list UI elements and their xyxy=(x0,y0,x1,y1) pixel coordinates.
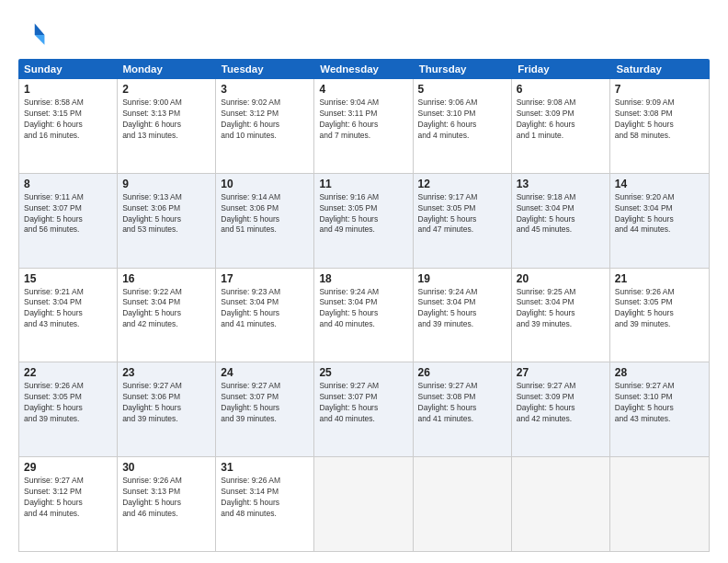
cell-info: Sunrise: 9:26 AMSunset: 3:05 PMDaylight:… xyxy=(615,287,704,331)
cell-info: Sunrise: 9:24 AMSunset: 3:04 PMDaylight:… xyxy=(319,287,407,331)
day-number: 22 xyxy=(24,366,112,379)
header-cell-friday: Friday xyxy=(512,59,610,79)
calendar-cell: 4Sunrise: 9:04 AMSunset: 3:11 PMDaylight… xyxy=(314,79,413,173)
calendar-cell: 28Sunrise: 9:27 AMSunset: 3:10 PMDayligh… xyxy=(610,362,709,456)
day-number: 3 xyxy=(221,83,309,96)
calendar-cell: 1Sunrise: 8:58 AMSunset: 3:15 PMDaylight… xyxy=(19,79,118,173)
cell-info: Sunrise: 9:14 AMSunset: 3:06 PMDaylight:… xyxy=(221,192,309,236)
cell-info: Sunrise: 9:26 AMSunset: 3:05 PMDaylight:… xyxy=(24,381,112,425)
week-row: 22Sunrise: 9:26 AMSunset: 3:05 PMDayligh… xyxy=(19,362,709,457)
day-number: 19 xyxy=(418,272,506,285)
calendar-cell xyxy=(512,457,610,551)
week-row: 15Sunrise: 9:21 AMSunset: 3:04 PMDayligh… xyxy=(19,269,709,363)
calendar-cell: 20Sunrise: 9:25 AMSunset: 3:04 PMDayligh… xyxy=(512,269,610,362)
calendar-cell: 3Sunrise: 9:02 AMSunset: 3:12 PMDaylight… xyxy=(216,79,314,173)
header-cell-thursday: Thursday xyxy=(414,59,512,79)
calendar-cell: 5Sunrise: 9:06 AMSunset: 3:10 PMDaylight… xyxy=(414,79,512,173)
header-cell-wednesday: Wednesday xyxy=(314,59,413,79)
calendar-cell: 22Sunrise: 9:26 AMSunset: 3:05 PMDayligh… xyxy=(19,362,118,456)
header-cell-tuesday: Tuesday xyxy=(216,59,314,79)
calendar-cell: 24Sunrise: 9:27 AMSunset: 3:07 PMDayligh… xyxy=(216,362,314,456)
calendar-cell: 23Sunrise: 9:27 AMSunset: 3:06 PMDayligh… xyxy=(118,362,216,456)
day-number: 28 xyxy=(615,366,704,379)
cell-info: Sunrise: 9:24 AMSunset: 3:04 PMDaylight:… xyxy=(418,287,506,331)
calendar: SundayMondayTuesdayWednesdayThursdayFrid… xyxy=(18,59,710,552)
cell-info: Sunrise: 9:09 AMSunset: 3:08 PMDaylight:… xyxy=(615,98,704,142)
day-number: 5 xyxy=(418,83,506,96)
day-number: 24 xyxy=(221,366,309,379)
calendar-cell: 14Sunrise: 9:20 AMSunset: 3:04 PMDayligh… xyxy=(610,174,709,268)
cell-info: Sunrise: 9:27 AMSunset: 3:06 PMDaylight:… xyxy=(122,381,210,425)
calendar-cell: 8Sunrise: 9:11 AMSunset: 3:07 PMDaylight… xyxy=(19,174,118,268)
calendar-cell: 7Sunrise: 9:09 AMSunset: 3:08 PMDaylight… xyxy=(610,79,709,173)
calendar-cell xyxy=(610,457,709,551)
day-number: 31 xyxy=(221,461,309,474)
cell-info: Sunrise: 9:06 AMSunset: 3:10 PMDaylight:… xyxy=(418,98,506,142)
day-number: 25 xyxy=(319,366,407,379)
cell-info: Sunrise: 9:27 AMSunset: 3:12 PMDaylight:… xyxy=(24,476,112,520)
calendar-cell: 9Sunrise: 9:13 AMSunset: 3:06 PMDaylight… xyxy=(118,174,216,268)
week-row: 29Sunrise: 9:27 AMSunset: 3:12 PMDayligh… xyxy=(19,457,709,551)
calendar-cell xyxy=(414,457,512,551)
cell-info: Sunrise: 9:26 AMSunset: 3:14 PMDaylight:… xyxy=(221,476,309,520)
calendar-cell: 13Sunrise: 9:18 AMSunset: 3:04 PMDayligh… xyxy=(512,174,610,268)
week-row: 8Sunrise: 9:11 AMSunset: 3:07 PMDaylight… xyxy=(19,174,709,269)
day-number: 6 xyxy=(517,83,605,96)
svg-marker-1 xyxy=(35,35,45,45)
cell-info: Sunrise: 9:00 AMSunset: 3:13 PMDaylight:… xyxy=(122,98,210,142)
day-number: 15 xyxy=(24,272,112,285)
day-number: 10 xyxy=(221,178,309,190)
cell-info: Sunrise: 9:26 AMSunset: 3:13 PMDaylight:… xyxy=(122,476,210,520)
svg-marker-0 xyxy=(35,24,45,35)
day-number: 13 xyxy=(517,178,605,190)
day-number: 20 xyxy=(517,272,605,285)
calendar-cell: 12Sunrise: 9:17 AMSunset: 3:05 PMDayligh… xyxy=(414,174,512,268)
day-number: 21 xyxy=(615,272,704,285)
calendar-cell: 10Sunrise: 9:14 AMSunset: 3:06 PMDayligh… xyxy=(216,174,314,268)
calendar-cell: 19Sunrise: 9:24 AMSunset: 3:04 PMDayligh… xyxy=(414,269,512,362)
calendar-cell: 18Sunrise: 9:24 AMSunset: 3:04 PMDayligh… xyxy=(314,269,413,362)
calendar-cell: 16Sunrise: 9:22 AMSunset: 3:04 PMDayligh… xyxy=(118,269,216,362)
calendar-cell: 11Sunrise: 9:16 AMSunset: 3:05 PMDayligh… xyxy=(314,174,413,268)
cell-info: Sunrise: 9:13 AMSunset: 3:06 PMDaylight:… xyxy=(122,192,210,236)
calendar-cell xyxy=(314,457,413,551)
header-cell-monday: Monday xyxy=(117,59,215,79)
day-number: 26 xyxy=(418,366,506,379)
cell-info: Sunrise: 9:20 AMSunset: 3:04 PMDaylight:… xyxy=(615,192,704,236)
header-cell-sunday: Sunday xyxy=(18,59,117,79)
cell-info: Sunrise: 9:02 AMSunset: 3:12 PMDaylight:… xyxy=(221,98,309,142)
day-number: 9 xyxy=(122,178,210,190)
calendar-cell: 27Sunrise: 9:27 AMSunset: 3:09 PMDayligh… xyxy=(512,362,610,456)
header-cell-saturday: Saturday xyxy=(611,59,710,79)
calendar-cell: 25Sunrise: 9:27 AMSunset: 3:07 PMDayligh… xyxy=(314,362,413,456)
calendar-page: SundayMondayTuesdayWednesdayThursdayFrid… xyxy=(0,0,728,563)
cell-info: Sunrise: 9:27 AMSunset: 3:07 PMDaylight:… xyxy=(221,381,309,425)
calendar-cell: 6Sunrise: 9:08 AMSunset: 3:09 PMDaylight… xyxy=(512,79,610,173)
calendar-cell: 30Sunrise: 9:26 AMSunset: 3:13 PMDayligh… xyxy=(118,457,216,551)
calendar-header: SundayMondayTuesdayWednesdayThursdayFrid… xyxy=(18,59,710,79)
day-number: 2 xyxy=(122,83,210,96)
logo-icon xyxy=(18,20,48,50)
calendar-cell: 15Sunrise: 9:21 AMSunset: 3:04 PMDayligh… xyxy=(19,269,118,362)
cell-info: Sunrise: 9:11 AMSunset: 3:07 PMDaylight:… xyxy=(24,192,112,236)
cell-info: Sunrise: 9:23 AMSunset: 3:04 PMDaylight:… xyxy=(221,287,309,331)
day-number: 23 xyxy=(122,366,210,379)
cell-info: Sunrise: 9:25 AMSunset: 3:04 PMDaylight:… xyxy=(517,287,605,331)
cell-info: Sunrise: 9:21 AMSunset: 3:04 PMDaylight:… xyxy=(24,287,112,331)
header xyxy=(18,17,710,50)
day-number: 4 xyxy=(319,83,407,96)
cell-info: Sunrise: 9:04 AMSunset: 3:11 PMDaylight:… xyxy=(319,98,407,142)
calendar-cell: 21Sunrise: 9:26 AMSunset: 3:05 PMDayligh… xyxy=(610,269,709,362)
cell-info: Sunrise: 9:08 AMSunset: 3:09 PMDaylight:… xyxy=(517,98,605,142)
day-number: 16 xyxy=(122,272,210,285)
cell-info: Sunrise: 9:27 AMSunset: 3:08 PMDaylight:… xyxy=(418,381,506,425)
cell-info: Sunrise: 9:17 AMSunset: 3:05 PMDaylight:… xyxy=(418,192,506,236)
day-number: 30 xyxy=(122,461,210,474)
week-row: 1Sunrise: 8:58 AMSunset: 3:15 PMDaylight… xyxy=(19,79,709,174)
day-number: 11 xyxy=(319,178,407,190)
day-number: 29 xyxy=(24,461,112,474)
cell-info: Sunrise: 9:27 AMSunset: 3:09 PMDaylight:… xyxy=(517,381,605,425)
day-number: 14 xyxy=(615,178,704,190)
day-number: 1 xyxy=(24,83,112,96)
day-number: 27 xyxy=(517,366,605,379)
